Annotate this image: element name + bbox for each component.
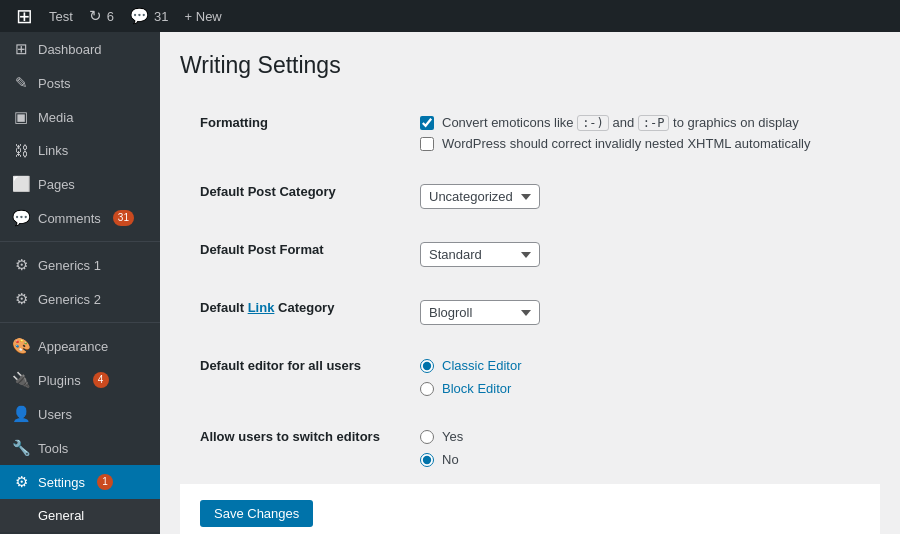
page-title: Writing Settings — [180, 52, 880, 79]
dashboard-icon: ⊞ — [12, 40, 30, 58]
sidebar-label-pages: Pages — [38, 177, 75, 192]
plugins-icon: 🔌 — [12, 371, 30, 389]
generics2-icon: ⚙ — [12, 290, 30, 308]
sidebar-label-generics1: Generics 1 — [38, 258, 101, 273]
switch-radio-yes-row: Yes — [420, 429, 860, 444]
sidebar-item-plugins[interactable]: 🔌 Plugins 4 — [0, 363, 160, 397]
sidebar-label-settings: Settings — [38, 475, 85, 490]
sidebar-item-settings[interactable]: ⚙ Settings 1 — [0, 465, 160, 499]
label-switch-editors: Allow users to switch editors — [180, 413, 400, 484]
sidebar-divider-1 — [0, 241, 160, 242]
radio-switch-yes[interactable] — [420, 430, 434, 444]
row-formatting: Formatting Convert emoticons like :-) an… — [180, 99, 880, 168]
admin-bar-comments[interactable]: 💬 31 — [122, 0, 176, 32]
switch-radio-no-row: No — [420, 452, 860, 467]
label-default-post-category: Default Post Category — [180, 168, 400, 226]
emoticon-code1: :-) — [577, 115, 609, 131]
sidebar-item-dashboard[interactable]: ⊞ Dashboard — [0, 32, 160, 66]
submenu-item-general[interactable]: General — [0, 503, 160, 528]
row-default-post-category: Default Post Category Uncategorized — [180, 168, 880, 226]
field-default-post-category: Uncategorized — [400, 168, 880, 226]
field-default-editor: Classic Editor Block Editor — [400, 342, 880, 413]
formatting-checkbox2-row: WordPress should correct invalidly neste… — [420, 136, 860, 151]
sidebar-label-media: Media — [38, 110, 73, 125]
label-formatting: Formatting — [180, 99, 400, 168]
sidebar-item-links[interactable]: ⛓ Links — [0, 134, 160, 167]
sidebar-item-pages[interactable]: ⬜ Pages — [0, 167, 160, 201]
sidebar-label-tools: Tools — [38, 441, 68, 456]
users-icon: 👤 — [12, 405, 30, 423]
label-switch-no: No — [442, 452, 459, 467]
row-default-post-format: Default Post Format Standard Aside Image… — [180, 226, 880, 284]
field-default-link-category: Blogroll — [400, 284, 880, 342]
sidebar-label-users: Users — [38, 407, 72, 422]
field-switch-editors: Yes No — [400, 413, 880, 484]
formatting-checkbox1-row: Convert emoticons like :-) and :-P to gr… — [420, 115, 860, 130]
submit-row: Save Changes — [180, 484, 880, 534]
radio-block-editor[interactable] — [420, 382, 434, 396]
row-switch-editors: Allow users to switch editors Yes No — [180, 413, 880, 484]
sidebar-item-tools[interactable]: 🔧 Tools — [0, 431, 160, 465]
sidebar-item-generics1[interactable]: ⚙ Generics 1 — [0, 248, 160, 282]
comments-badge: 31 — [113, 210, 134, 226]
plugins-badge: 4 — [93, 372, 109, 388]
radio-classic-editor[interactable] — [420, 359, 434, 373]
pages-icon: ⬜ — [12, 175, 30, 193]
sidebar-item-comments[interactable]: 💬 Comments 31 — [0, 201, 160, 235]
save-button[interactable]: Save Changes — [200, 500, 313, 527]
field-default-post-format: Standard Aside Image Video Quote Link — [400, 226, 880, 284]
sidebar-label-dashboard: Dashboard — [38, 42, 102, 57]
settings-table: Formatting Convert emoticons like :-) an… — [180, 99, 880, 484]
links-icon: ⛓ — [12, 142, 30, 159]
link-highlight[interactable]: Link — [248, 300, 275, 315]
sidebar-label-comments: Comments — [38, 211, 101, 226]
formatting-checkbox2[interactable] — [420, 137, 434, 151]
sidebar-label-generics2: Generics 2 — [38, 292, 101, 307]
select-default-post-format[interactable]: Standard Aside Image Video Quote Link — [420, 242, 540, 267]
comments-icon: 💬 — [12, 209, 30, 227]
sidebar-item-media[interactable]: ▣ Media — [0, 100, 160, 134]
sidebar-divider-2 — [0, 322, 160, 323]
radio-switch-no[interactable] — [420, 453, 434, 467]
sidebar-item-generics2[interactable]: ⚙ Generics 2 — [0, 282, 160, 316]
sidebar-item-users[interactable]: 👤 Users — [0, 397, 160, 431]
sidebar: ⊞ Dashboard ✎ Posts ▣ Media ⛓ Links ⬜ Pa… — [0, 32, 160, 534]
main-layout: ⊞ Dashboard ✎ Posts ▣ Media ⛓ Links ⬜ Pa… — [0, 32, 900, 534]
sidebar-label-plugins: Plugins — [38, 373, 81, 388]
label-default-editor: Default editor for all users — [180, 342, 400, 413]
settings-submenu: General — [0, 499, 160, 532]
admin-bar-updates[interactable]: ↻ 6 — [81, 0, 122, 32]
label-default-post-format: Default Post Format — [180, 226, 400, 284]
formatting-text1: Convert emoticons like :-) and :-P to gr… — [442, 115, 799, 130]
new-label: + New — [185, 9, 222, 24]
content-area: Writing Settings Formatting Convert emot… — [160, 32, 900, 534]
editor-radio-block-row: Block Editor — [420, 381, 860, 396]
posts-icon: ✎ — [12, 74, 30, 92]
tools-icon: 🔧 — [12, 439, 30, 457]
editor-radio-classic-row: Classic Editor — [420, 358, 860, 373]
select-default-link-category[interactable]: Blogroll — [420, 300, 540, 325]
label-block-editor: Block Editor — [442, 381, 511, 396]
formatting-checkbox1[interactable] — [420, 116, 434, 130]
formatting-text2: WordPress should correct invalidly neste… — [442, 136, 810, 151]
label-switch-yes: Yes — [442, 429, 463, 444]
row-default-editor: Default editor for all users Classic Edi… — [180, 342, 880, 413]
generics1-icon: ⚙ — [12, 256, 30, 274]
field-formatting: Convert emoticons like :-) and :-P to gr… — [400, 99, 880, 168]
label-default-link-category: Default Link Category — [180, 284, 400, 342]
emoticon-code2: :-P — [638, 115, 670, 131]
sidebar-label-appearance: Appearance — [38, 339, 108, 354]
row-default-link-category: Default Link Category Blogroll — [180, 284, 880, 342]
comments-count: 31 — [154, 9, 168, 24]
admin-bar-wp-logo[interactable]: ⊞ — [8, 0, 41, 32]
select-default-post-category[interactable]: Uncategorized — [420, 184, 540, 209]
sidebar-item-posts[interactable]: ✎ Posts — [0, 66, 160, 100]
sidebar-label-links: Links — [38, 143, 68, 158]
updates-count: 6 — [107, 9, 114, 24]
sidebar-item-appearance[interactable]: 🎨 Appearance — [0, 329, 160, 363]
settings-icon: ⚙ — [12, 473, 30, 491]
site-name: Test — [49, 9, 73, 24]
admin-bar-site[interactable]: Test — [41, 0, 81, 32]
settings-badge: 1 — [97, 474, 113, 490]
admin-bar-new[interactable]: + New — [177, 0, 230, 32]
